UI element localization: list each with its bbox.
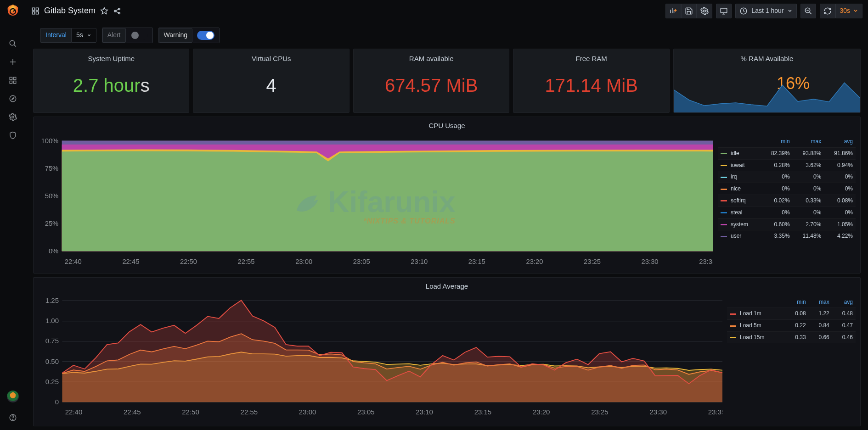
help-icon[interactable] <box>9 413 17 422</box>
legend-row[interactable]: system0.60%2.70%1.05% <box>718 218 856 230</box>
svg-text:23:05: 23:05 <box>353 257 370 265</box>
panel-ram-available[interactable]: RAM available 674.57 MiB <box>353 49 509 113</box>
dashboard-grid-icon[interactable] <box>31 7 39 15</box>
svg-text:23:10: 23:10 <box>411 257 428 265</box>
panel-pct-ram[interactable]: % RAM Available 16% <box>673 49 861 113</box>
svg-text:1.00: 1.00 <box>45 317 59 324</box>
configuration-icon[interactable] <box>9 113 17 121</box>
svg-text:23:25: 23:25 <box>584 257 601 265</box>
svg-rect-2 <box>10 77 12 79</box>
svg-text:0.50: 0.50 <box>45 358 59 365</box>
legend-row[interactable]: Load 5m0.220.840.47 <box>727 320 856 332</box>
svg-text:23:15: 23:15 <box>474 408 492 415</box>
time-range-button[interactable]: Last 1 hour <box>735 4 797 18</box>
cpu-plot[interactable]: 0% 25% 50% 75% 100% 22:4022:4522:5022:55… <box>34 132 713 273</box>
panel-system-uptime[interactable]: System Uptime 2.7 hours <box>33 49 189 113</box>
svg-text:100%: 100% <box>41 137 58 145</box>
legend-row[interactable]: nice0%0%0% <box>718 183 856 195</box>
svg-rect-5 <box>14 81 16 84</box>
svg-rect-13 <box>36 12 39 14</box>
svg-rect-3 <box>14 77 16 79</box>
svg-rect-12 <box>32 12 34 14</box>
svg-text:23:30: 23:30 <box>649 408 667 415</box>
svg-rect-10 <box>32 8 34 10</box>
panel-load-average[interactable]: Load Average 0 0.25 0.50 0.75 <box>33 277 861 426</box>
sidebar <box>0 0 26 430</box>
alert-label: Alert <box>102 28 126 43</box>
user-avatar[interactable] <box>7 391 19 402</box>
load-plot[interactable]: 0 0.25 0.50 0.75 1.00 1.25 22:4022:4522:… <box>34 293 722 426</box>
legend-row[interactable]: steal0%0%0% <box>718 207 856 218</box>
zoom-out-button[interactable] <box>800 4 816 18</box>
svg-rect-11 <box>36 8 39 10</box>
svg-text:0: 0 <box>55 398 59 405</box>
svg-point-1 <box>10 40 15 45</box>
svg-text:22:45: 22:45 <box>124 408 141 415</box>
panel-cpu-usage[interactable]: CPU Usage 0% 25% 50% 75% <box>33 117 861 274</box>
save-button[interactable] <box>681 4 697 18</box>
svg-text:23:00: 23:00 <box>299 408 316 415</box>
svg-point-9 <box>12 419 13 419</box>
svg-text:0%: 0% <box>49 247 58 255</box>
svg-text:0.75: 0.75 <box>45 337 59 344</box>
cpu-legend[interactable]: min max avg idle82.39%93.88%91.86%iowait… <box>713 132 860 273</box>
sparkline-ram <box>674 71 860 112</box>
refresh-button[interactable] <box>820 4 835 18</box>
svg-text:23:00: 23:00 <box>295 257 312 265</box>
svg-text:23:15: 23:15 <box>468 257 485 265</box>
svg-rect-18 <box>721 8 727 13</box>
dashboard-title[interactable]: Gitlab System <box>44 5 96 17</box>
svg-text:25%: 25% <box>45 219 59 227</box>
interval-select[interactable]: 5s <box>71 28 96 43</box>
stat-row: System Uptime 2.7 hours Virtual CPUs 4 R… <box>33 49 861 113</box>
search-icon[interactable] <box>9 39 17 48</box>
svg-text:23:20: 23:20 <box>526 257 543 265</box>
explore-icon[interactable] <box>9 95 17 103</box>
svg-text:23:20: 23:20 <box>533 408 550 415</box>
time-range-label: Last 1 hour <box>751 6 783 16</box>
tv-mode-button[interactable] <box>716 4 732 18</box>
legend-row[interactable]: softirq0.02%0.33%0.08% <box>718 195 856 207</box>
svg-text:23:35: 23:35 <box>699 257 713 265</box>
svg-text:23:10: 23:10 <box>416 408 433 415</box>
star-icon[interactable] <box>100 7 108 15</box>
refresh-interval-button[interactable]: 30s <box>835 4 862 18</box>
panel-virtual-cpus[interactable]: Virtual CPUs 4 <box>193 49 349 113</box>
legend-row[interactable]: Load 15m0.330.660.46 <box>727 331 856 343</box>
legend-row[interactable]: irq0%0%0% <box>718 171 856 183</box>
topbar: Gitlab System Last 1 hour 30s <box>26 0 868 22</box>
svg-text:23:05: 23:05 <box>357 408 375 415</box>
alert-toggle[interactable] <box>126 28 152 43</box>
legend-row[interactable]: Load 1m0.081.220.48 <box>727 308 856 320</box>
svg-text:23:35: 23:35 <box>708 408 722 415</box>
add-panel-button[interactable] <box>665 4 681 18</box>
svg-rect-4 <box>10 81 12 84</box>
warning-label: Warning <box>159 28 193 43</box>
shield-icon[interactable] <box>9 131 17 140</box>
variables-row: Interval 5s Alert Warning <box>26 22 868 49</box>
svg-text:22:55: 22:55 <box>241 408 258 415</box>
svg-text:23:30: 23:30 <box>642 257 659 265</box>
dashboards-icon[interactable] <box>9 76 17 84</box>
legend-row[interactable]: user3.35%11.48%4.22% <box>718 230 856 242</box>
settings-button[interactable] <box>697 4 712 18</box>
svg-text:22:40: 22:40 <box>65 408 83 415</box>
legend-row[interactable]: iowait0.28%3.62%0.94% <box>718 159 856 171</box>
svg-text:75%: 75% <box>45 164 59 172</box>
svg-text:0.25: 0.25 <box>45 378 59 385</box>
load-legend[interactable]: min max avg Load 1m0.081.220.48Load 5m0.… <box>722 293 860 426</box>
svg-text:22:55: 22:55 <box>238 257 255 265</box>
svg-text:50%: 50% <box>45 192 59 200</box>
svg-text:22:50: 22:50 <box>182 408 199 415</box>
warning-toggle[interactable] <box>192 28 219 43</box>
panel-free-ram[interactable]: Free RAM 171.14 MiB <box>513 49 669 113</box>
share-icon[interactable] <box>113 7 121 15</box>
grafana-logo[interactable] <box>6 4 20 18</box>
svg-text:22:50: 22:50 <box>180 257 197 265</box>
plus-icon[interactable] <box>9 58 17 66</box>
interval-label: Interval <box>40 28 71 43</box>
svg-point-6 <box>10 95 16 102</box>
legend-row[interactable]: idle82.39%93.88%91.86% <box>718 147 856 159</box>
svg-text:22:45: 22:45 <box>122 257 139 265</box>
svg-text:22:40: 22:40 <box>65 257 82 265</box>
